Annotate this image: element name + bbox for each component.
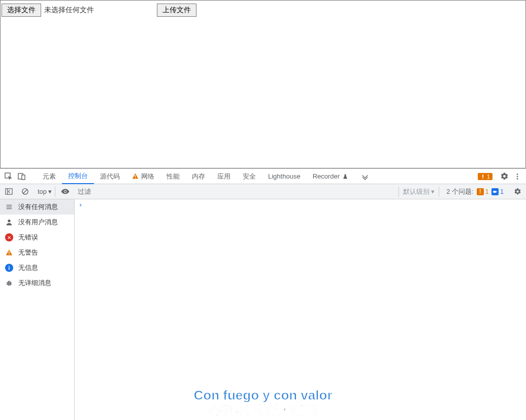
tab-lighthouse-label: Lighthouse [268,172,301,180]
svg-rect-3 [135,175,136,177]
tab-elements-label: 元素 [43,172,56,181]
svg-rect-4 [135,178,136,178]
user-icon [5,218,13,226]
clear-console-icon[interactable] [18,185,31,198]
issues-label: 2 个问题: [446,187,473,196]
svg-rect-19 [9,251,9,253]
svg-rect-20 [9,254,9,255]
toggle-sidebar-icon[interactable] [2,185,15,198]
issue-warn-chip: ! 1 [477,188,489,195]
tab-network[interactable]: 网络 [126,169,160,184]
sidebar-item-errors[interactable]: ✕ 无错误 [0,230,74,245]
levels-label: 默认级别 [403,187,430,196]
tab-security[interactable]: 安全 [237,169,262,184]
svg-point-9 [517,178,518,180]
tab-lighthouse[interactable]: Lighthouse [262,169,307,184]
kebab-menu-icon[interactable] [511,170,524,183]
tab-network-label: 网络 [141,172,154,181]
inspect-element-icon[interactable] [2,170,15,183]
tab-security-label: 安全 [243,172,256,181]
live-expression-eye-icon[interactable] [58,185,72,198]
sidebar-label-warnings: 无警告 [18,248,38,257]
chevron-down-icon: ▾ [48,188,52,195]
sidebar-label-info: 无信息 [18,263,38,272]
issues-block[interactable]: 2 个问题: ! 1 1 [442,187,508,196]
console-body: 没有任何消息 没有用户消息 ✕ 无错误 无警告 i 无信息 [0,199,526,420]
list-icon [5,203,13,211]
tab-recorder-label: Recorder [313,172,340,180]
page-content-area: 选择文件 未选择任何文件 上传文件 [0,0,526,168]
execution-context-select[interactable]: top ▾ [35,187,55,197]
sidebar-item-warnings[interactable]: 无警告 [0,245,74,260]
flask-icon [342,173,348,180]
devtools-panel: 元素 控制台 源代码 网络 性能 内存 应用 安全 Lighthouse Rec… [0,168,526,420]
log-levels-select[interactable]: 默认级别 ▾ [399,187,439,197]
svg-rect-5 [482,174,483,177]
tab-console-label: 控制台 [68,171,88,181]
settings-gear-icon[interactable] [498,170,511,183]
console-output[interactable]: › [75,199,526,420]
svg-line-27 [8,281,9,282]
tab-console[interactable]: 控制台 [62,169,94,184]
sidebar-label-verbose: 无详细消息 [18,278,51,288]
issue-warn-count: 1 [485,188,489,195]
context-label: top [38,188,47,195]
warnings-badge[interactable]: 1 [478,173,492,180]
filter-input[interactable] [75,186,396,197]
console-prompt-caret-icon: › [79,201,82,208]
sidebar-item-user-messages[interactable]: 没有用户消息 [0,215,74,230]
tab-application-label: 应用 [217,172,231,181]
tab-elements[interactable]: 元素 [37,169,62,184]
more-tabs-icon[interactable] [358,170,372,183]
info-circle-icon: i [5,264,13,272]
devtools-tabbar: 元素 控制台 源代码 网络 性能 内存 应用 安全 Lighthouse Rec… [0,169,526,184]
console-settings-gear-icon[interactable] [511,185,524,198]
warnings-count: 1 [487,173,490,180]
svg-point-18 [8,220,10,222]
sidebar-item-verbose[interactable]: 无详细消息 [0,275,74,291]
tab-recorder[interactable]: Recorder [307,169,354,184]
warn-square-icon: ! [477,188,484,195]
tab-memory-label: 内存 [192,172,205,181]
tab-memory[interactable]: 内存 [186,169,211,184]
svg-point-8 [517,176,518,177]
sidebar-item-all-messages[interactable]: 没有任何消息 [0,199,74,215]
error-circle-icon: ✕ [5,233,13,241]
file-status-text: 未选择任何文件 [44,6,94,15]
svg-rect-2 [22,175,25,180]
console-toolbar: top ▾ 默认级别 ▾ 2 个问题: ! 1 1 [0,184,526,199]
issue-info-count: 1 [500,188,504,195]
sidebar-label-errors: 无错误 [18,233,38,242]
exclaim-icon [480,174,485,179]
svg-rect-14 [494,191,497,193]
info-square-icon [491,188,499,195]
toggle-device-icon[interactable] [15,170,28,183]
tab-application[interactable]: 应用 [211,169,237,184]
sidebar-label-all: 没有任何消息 [18,202,58,212]
svg-line-28 [10,281,10,282]
choose-file-button[interactable]: 选择文件 [2,4,41,17]
svg-rect-10 [5,189,12,194]
svg-rect-6 [482,178,483,179]
issue-info-chip: 1 [491,188,504,195]
bug-icon [5,279,13,287]
tab-performance[interactable]: 性能 [160,169,186,184]
sidebar-label-user: 没有用户消息 [18,218,58,227]
tab-sources-label: 源代码 [100,172,120,181]
tab-sources[interactable]: 源代码 [94,169,126,184]
warning-triangle-icon [5,249,13,257]
chevron-down-icon: ▾ [431,188,435,195]
svg-point-7 [517,173,518,175]
console-sidebar: 没有任何消息 没有用户消息 ✕ 无错误 无警告 i 无信息 [0,199,75,420]
file-upload-row: 选择文件 未选择任何文件 上传文件 [1,1,525,20]
upload-file-button[interactable]: 上传文件 [157,4,196,17]
tab-performance-label: 性能 [167,172,180,181]
sidebar-item-info[interactable]: i 无信息 [0,260,74,275]
warning-triangle-icon [132,173,139,180]
svg-line-13 [23,190,27,194]
